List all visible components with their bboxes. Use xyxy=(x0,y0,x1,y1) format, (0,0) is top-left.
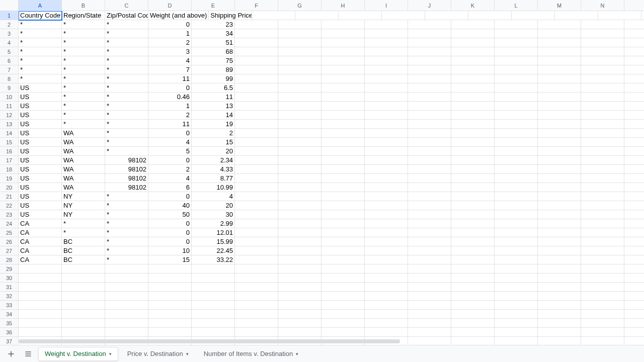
cell[interactable] xyxy=(495,156,538,165)
cell[interactable] xyxy=(321,201,365,210)
cell[interactable]: 34 xyxy=(192,29,235,38)
row-header-23[interactable]: 23 xyxy=(0,210,18,219)
cell[interactable] xyxy=(365,65,408,74)
column-header-J[interactable]: J xyxy=(408,0,451,11)
cell[interactable]: US xyxy=(19,210,62,219)
cell[interactable] xyxy=(538,274,581,283)
cell[interactable] xyxy=(624,246,644,255)
cell[interactable] xyxy=(624,210,644,219)
cell[interactable] xyxy=(495,237,538,246)
cell[interactable] xyxy=(538,138,581,147)
cell[interactable] xyxy=(365,246,408,255)
column-header-M[interactable]: M xyxy=(538,0,581,11)
cell[interactable] xyxy=(581,156,624,165)
cell[interactable] xyxy=(365,74,408,83)
cell[interactable]: * xyxy=(105,29,148,38)
cell[interactable] xyxy=(62,301,105,310)
cell[interactable] xyxy=(62,328,105,337)
cell[interactable] xyxy=(581,319,624,328)
cell[interactable] xyxy=(62,292,105,301)
cell[interactable] xyxy=(538,237,581,246)
row-header-16[interactable]: 16 xyxy=(0,147,18,156)
cell[interactable] xyxy=(278,174,321,183)
cell[interactable] xyxy=(365,47,408,56)
cell[interactable] xyxy=(451,38,495,47)
cell[interactable] xyxy=(365,283,408,292)
cell[interactable]: * xyxy=(105,56,148,65)
cell[interactable] xyxy=(538,56,581,65)
cell[interactable] xyxy=(451,301,495,310)
cell[interactable] xyxy=(278,56,321,65)
cell[interactable]: US xyxy=(19,138,62,147)
cell[interactable] xyxy=(408,129,451,138)
cell[interactable] xyxy=(235,29,278,38)
cell[interactable]: * xyxy=(19,29,62,38)
cell[interactable]: * xyxy=(62,83,105,93)
row-header-29[interactable]: 29 xyxy=(0,264,18,274)
cell[interactable] xyxy=(495,246,538,255)
cell[interactable]: * xyxy=(62,20,105,29)
row-header-14[interactable]: 14 xyxy=(0,129,18,138)
cell[interactable]: 2.99 xyxy=(192,219,235,228)
cell[interactable] xyxy=(235,156,278,165)
cell[interactable] xyxy=(538,20,581,29)
cell[interactable]: BC xyxy=(62,237,105,246)
cell[interactable] xyxy=(451,120,495,129)
column-header-N[interactable]: N xyxy=(581,0,624,11)
cell[interactable] xyxy=(192,274,235,283)
cell[interactable]: 0 xyxy=(148,156,192,165)
cell[interactable] xyxy=(451,192,495,201)
cell[interactable] xyxy=(624,165,644,174)
cell[interactable]: 23 xyxy=(192,20,235,29)
cell[interactable] xyxy=(321,102,365,111)
cell[interactable] xyxy=(538,111,581,120)
cell[interactable] xyxy=(278,165,321,174)
cell[interactable] xyxy=(495,65,538,74)
cell[interactable] xyxy=(321,328,365,337)
cell[interactable] xyxy=(451,283,495,292)
cell[interactable] xyxy=(365,228,408,237)
cell[interactable]: * xyxy=(105,47,148,56)
cell[interactable] xyxy=(192,292,235,301)
cell[interactable] xyxy=(624,319,644,328)
cell[interactable] xyxy=(624,219,644,228)
cell[interactable] xyxy=(538,219,581,228)
cell[interactable] xyxy=(495,319,538,328)
cell[interactable]: CA xyxy=(19,228,62,237)
cell[interactable] xyxy=(408,255,451,264)
cell[interactable]: * xyxy=(105,20,148,29)
cell[interactable] xyxy=(321,29,365,38)
column-header-E[interactable]: E xyxy=(192,0,235,11)
chevron-down-icon[interactable]: ▾ xyxy=(109,351,112,356)
cell[interactable] xyxy=(278,264,321,274)
cell[interactable] xyxy=(321,301,365,310)
cell[interactable] xyxy=(581,56,624,65)
cell[interactable] xyxy=(19,264,62,274)
cell[interactable] xyxy=(451,292,495,301)
cell[interactable] xyxy=(148,292,192,301)
cell[interactable] xyxy=(624,120,644,129)
row-header-30[interactable]: 30 xyxy=(0,274,18,283)
cell[interactable] xyxy=(235,274,278,283)
cell[interactable]: * xyxy=(105,38,148,47)
cell[interactable] xyxy=(19,310,62,319)
cell[interactable]: * xyxy=(62,228,105,237)
cell[interactable]: 98102 xyxy=(105,156,148,165)
cell[interactable] xyxy=(512,11,555,20)
cell[interactable]: * xyxy=(105,246,148,255)
cell[interactable] xyxy=(365,174,408,183)
cell[interactable]: * xyxy=(62,93,105,102)
cell[interactable] xyxy=(538,65,581,74)
cell[interactable] xyxy=(495,38,538,47)
cell[interactable] xyxy=(105,264,148,274)
cell[interactable] xyxy=(365,183,408,192)
cell-grid[interactable]: Country CodeRegion/StateZip/Postal CodeW… xyxy=(19,11,644,345)
cell[interactable] xyxy=(321,228,365,237)
cell[interactable]: * xyxy=(62,111,105,120)
cell[interactable] xyxy=(235,38,278,47)
cell[interactable] xyxy=(495,328,538,337)
cell[interactable] xyxy=(235,201,278,210)
cell[interactable]: * xyxy=(19,20,62,29)
cell[interactable] xyxy=(538,246,581,255)
cell[interactable] xyxy=(451,219,495,228)
